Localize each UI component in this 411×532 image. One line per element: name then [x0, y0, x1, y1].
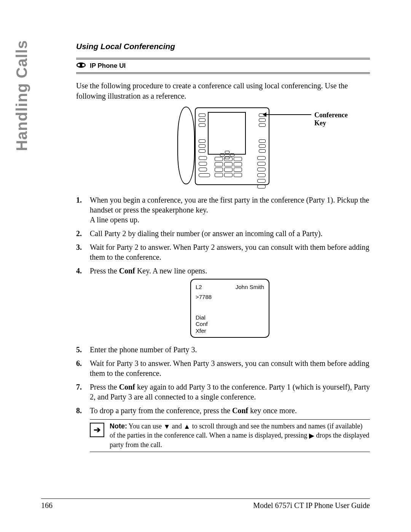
softkeys-top-left — [199, 113, 206, 127]
step-6: Wait for Party 3 to answer. When Party 3… — [76, 358, 370, 378]
softkeys-mid-left — [199, 139, 206, 153]
page-footer: 166 Model 6757i CT IP Phone User Guide — [41, 498, 370, 510]
up-arrow-icon: ▲ — [183, 422, 190, 431]
softkeys-mid-right — [259, 139, 266, 153]
callout-label: IP Phone UI — [90, 62, 126, 70]
chapter-tab: Handling Calls — [13, 40, 30, 151]
note-t2: and — [170, 422, 183, 430]
callout-arrow-label: Conference Key — [314, 111, 360, 127]
intro-paragraph: Use the following procedure to create a … — [76, 81, 370, 101]
note-text: Note: You can use ▼ and ▲ to scroll thro… — [110, 422, 370, 449]
step-8-bold: Conf — [232, 406, 248, 415]
lcd-option-conf: Conf — [196, 321, 264, 327]
callout-arrow-head — [263, 112, 266, 117]
note-arrow-icon: ➔ — [90, 423, 104, 437]
lcd-caller-name: John Smith — [236, 283, 264, 291]
step-2: Call Party 2 by dialing their number (or… — [76, 228, 370, 238]
step-4-pre: Press the — [90, 267, 119, 275]
step-8: To drop a party from the conference, pre… — [76, 406, 370, 415]
note-label: Note: — [110, 422, 127, 430]
lcd-option-dial: Dial — [196, 314, 264, 321]
footer-title: Model 6757i CT IP Phone User Guide — [253, 501, 370, 510]
step-7: Press the Conf key again to add Party 3 … — [76, 382, 370, 402]
step-7-bold: Conf — [119, 383, 135, 391]
step-4-post: Key. A new line opens. — [135, 267, 207, 275]
lcd-line-label: L2 — [196, 283, 202, 291]
step-4: Press the Conf Key. A new line opens. L2… — [76, 266, 370, 338]
lcd-option-xfer: Xfer — [196, 328, 264, 334]
lcd-number: >7788 — [196, 293, 264, 301]
callout-arrow-line — [266, 114, 311, 115]
step-8-pre: To drop a party from the conference, pre… — [90, 406, 232, 415]
step-8-post: key once more. — [248, 406, 297, 415]
phone-screen — [208, 112, 246, 155]
function-keys-right — [257, 156, 266, 189]
ui-callout-bar: IP Phone UI — [76, 58, 370, 74]
section-heading: Using Local Conferencing — [76, 42, 370, 51]
phone-body — [195, 107, 269, 185]
page-number: 166 — [41, 501, 53, 510]
right-arrow-icon: ▶ — [309, 431, 314, 440]
step-5: Enter the phone number of Party 3. — [76, 345, 370, 355]
dial-keypad — [215, 157, 242, 177]
procedure-list: When you begin a conference, you are the… — [76, 195, 370, 415]
phone-illustration: Conference Key — [76, 107, 370, 187]
step-3: Wait for Party 2 to answer. When Party 2… — [76, 242, 370, 262]
note-box: ➔ Note: You can use ▼ and ▲ to scroll th… — [90, 419, 370, 452]
down-arrow-icon: ▼ — [164, 422, 170, 431]
function-keys-left — [199, 156, 210, 177]
svg-rect-1 — [78, 64, 80, 66]
manual-page: Handling Calls Using Local Conferencing … — [0, 0, 411, 532]
step-1: When you begin a conference, you are the… — [76, 195, 370, 225]
note-t1: You can use — [127, 422, 164, 430]
svg-rect-2 — [82, 64, 84, 66]
step-7-pre: Press the — [90, 383, 119, 391]
lcd-screen-illustration: L2 John Smith >7788 Dial Conf Xfer — [190, 279, 269, 338]
handset-shape — [177, 107, 195, 184]
step-4-bold: Conf — [119, 267, 135, 275]
phone-icon — [76, 61, 86, 70]
